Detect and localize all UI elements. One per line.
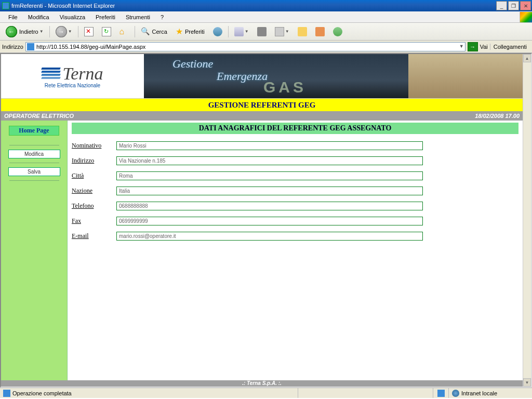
salva-button[interactable]: Salva xyxy=(8,167,60,176)
form-row-nominativo: Nominativo xyxy=(72,141,518,150)
field-label: Indirizzo xyxy=(72,157,116,165)
star-icon: ★ xyxy=(176,26,183,36)
form-row-fax: Fax xyxy=(72,217,518,225)
print-button[interactable] xyxy=(255,25,269,38)
forward-arrow-icon: → xyxy=(56,26,67,37)
banner-photo xyxy=(408,54,523,98)
sidebar-divider xyxy=(9,145,59,145)
sidebar-divider xyxy=(9,180,59,181)
form-row-nazione: Nazione xyxy=(72,187,518,195)
menu-bar: File Modifica Visualizza Preferiti Strum… xyxy=(0,11,532,23)
field-label: E-mail xyxy=(72,232,116,240)
role-bar: OPERATORE ELETTRICO 18/02/2008 17.00 xyxy=(1,111,523,121)
field-label: Nominativo xyxy=(72,142,116,150)
scroll-up-icon[interactable]: ▲ xyxy=(523,54,531,62)
ie-app-icon xyxy=(2,2,9,9)
form-row-indirizzo: Indirizzo xyxy=(72,156,518,165)
refresh-button[interactable]: ↻ xyxy=(99,25,114,38)
home-button[interactable]: ⌂ xyxy=(117,25,131,38)
zone-icon xyxy=(452,390,459,397)
address-bar: Indirizzo ▼ → Vai Collegamenti xyxy=(0,41,532,53)
history-button[interactable] xyxy=(210,25,225,38)
banner-overlay-1: Gestione xyxy=(172,57,213,71)
scroll-track[interactable] xyxy=(523,62,531,378)
field-label: Città xyxy=(72,172,116,180)
ie-small-icon xyxy=(437,390,445,397)
folder-icon xyxy=(298,27,307,36)
favorites-button[interactable]: ★ Preferiti xyxy=(173,25,207,38)
history-icon xyxy=(213,27,222,36)
role-label: OPERATORE ELETTRICO xyxy=(4,113,74,119)
nominativo-input[interactable] xyxy=(116,141,423,150)
search-button[interactable]: 🔍 Cerca xyxy=(138,25,170,38)
page-title-bar: GESTIONE REFERENTI GEG xyxy=(1,99,523,111)
folder-button[interactable] xyxy=(295,25,310,38)
menu-file[interactable]: File xyxy=(4,13,22,21)
form-title: DATI ANAGRAFICI DEL REFERENTE GEG ASSEGN… xyxy=(72,123,518,134)
fax-input[interactable] xyxy=(116,217,423,225)
go-label: Vai xyxy=(480,44,488,50)
sidebar: Home Page Modifica Salva xyxy=(1,121,68,380)
page-icon xyxy=(27,43,34,50)
forward-button[interactable]: → ▼ xyxy=(53,25,75,38)
menu-edit[interactable]: Modifica xyxy=(24,13,54,21)
messenger-button[interactable] xyxy=(330,25,345,38)
chevron-down-icon: ▼ xyxy=(39,29,44,34)
go-button[interactable]: → xyxy=(468,42,478,51)
back-button[interactable]: ← Indietro ▼ xyxy=(3,25,46,38)
scrollbar[interactable]: ▲ ▼ xyxy=(523,54,531,387)
toolbar-separator xyxy=(135,26,135,37)
back-label: Indietro xyxy=(19,29,38,35)
logo-text: Terna xyxy=(62,64,103,84)
form-row-telefono: Telefono xyxy=(72,202,518,210)
chevron-down-icon[interactable]: ▼ xyxy=(459,44,464,49)
telefono-input[interactable] xyxy=(116,202,423,210)
menu-favorites[interactable]: Preferiti xyxy=(91,13,119,21)
favorites-label: Preferiti xyxy=(185,29,205,35)
mail-button[interactable]: ▼ xyxy=(232,25,251,38)
field-label: Telefono xyxy=(72,202,116,210)
citta-input[interactable] xyxy=(116,171,423,180)
search-icon: 🔍 xyxy=(141,27,150,36)
edit-icon xyxy=(275,27,284,36)
datetime-label: 18/02/2008 17.00 xyxy=(475,113,520,119)
status-text: Operazione completata xyxy=(12,390,72,396)
menu-help[interactable]: ? xyxy=(156,13,168,21)
window-close-button[interactable]: ✕ xyxy=(520,1,531,10)
nazione-input[interactable] xyxy=(116,187,423,195)
toolbar-separator xyxy=(49,26,50,37)
field-label: Fax xyxy=(72,217,116,225)
scroll-down-icon[interactable]: ▼ xyxy=(523,378,531,387)
email-input[interactable] xyxy=(116,232,423,241)
links-toolbar-label[interactable]: Collegamenti xyxy=(490,44,530,50)
address-input[interactable] xyxy=(25,42,466,51)
terna-logo: Terna Rete Elettrica Nazionale xyxy=(1,54,144,98)
stop-button[interactable] xyxy=(82,25,96,38)
main-content: DATI ANAGRAFICI DEL REFERENTE GEG ASSEGN… xyxy=(68,121,523,380)
indirizzo-input[interactable] xyxy=(116,156,423,165)
chevron-down-icon: ▼ xyxy=(68,29,72,34)
research-button[interactable] xyxy=(313,25,327,38)
banner-graphic: Gestione Emergenza GAS xyxy=(144,54,408,98)
stop-icon xyxy=(84,27,94,36)
page-footer: .: Terna S.p.A. :. xyxy=(1,380,523,388)
window-minimize-button[interactable]: _ xyxy=(496,1,507,10)
banner-overlay-2: Emergenza xyxy=(217,70,268,83)
people-icon xyxy=(333,27,342,36)
sidebar-divider xyxy=(9,163,59,163)
window-restore-button[interactable]: ❐ xyxy=(508,1,519,10)
modifica-button[interactable]: Modifica xyxy=(8,150,60,158)
sidebar-home-link[interactable]: Home Page xyxy=(9,126,59,136)
menu-tools[interactable]: Strumenti xyxy=(122,13,154,21)
print-icon xyxy=(257,27,267,36)
status-bar: Operazione completata Intranet locale xyxy=(0,388,532,398)
address-label: Indirizzo xyxy=(2,44,23,50)
window-titlebar: frmReferenti - Microsoft Internet Explor… xyxy=(0,0,532,11)
toolbar: ← Indietro ▼ → ▼ ↻ ⌂ 🔍 Cerca ★ Preferiti… xyxy=(0,23,532,41)
edit-button[interactable]: ▼ xyxy=(272,25,292,38)
logo-subtitle: Rete Elettrica Nazionale xyxy=(45,83,100,88)
research-icon xyxy=(315,27,325,36)
banner: Terna Rete Elettrica Nazionale Gestione … xyxy=(1,54,523,99)
window-title: frmReferenti - Microsoft Internet Explor… xyxy=(11,3,496,9)
menu-view[interactable]: Visualizza xyxy=(56,13,89,21)
